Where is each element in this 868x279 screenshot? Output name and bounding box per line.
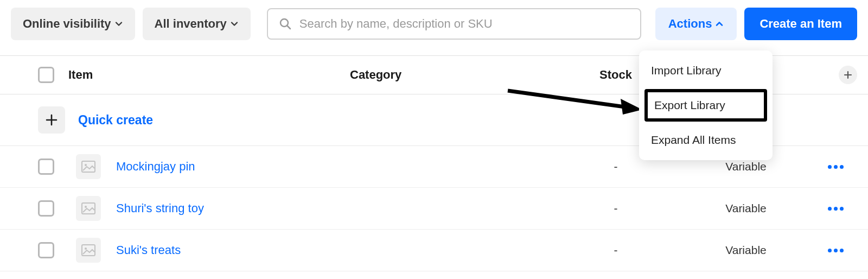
item-name-link[interactable]: Shuri's string toy <box>116 201 204 215</box>
svg-line-1 <box>287 26 290 29</box>
online-visibility-filter[interactable]: Online visibility <box>11 8 135 40</box>
chevron-down-icon <box>230 20 239 28</box>
image-placeholder-icon <box>81 244 95 256</box>
create-item-button[interactable]: Create an Item <box>744 8 857 40</box>
actions-label: Actions <box>668 17 712 31</box>
chevron-down-icon <box>114 20 123 28</box>
search-icon <box>279 17 292 30</box>
import-library-menu-item[interactable]: Import Library <box>639 55 773 86</box>
select-all-checkbox[interactable] <box>38 67 54 83</box>
item-name-link[interactable]: Suki's treats <box>116 243 181 257</box>
price-value: Variable <box>725 244 767 256</box>
row-more-actions-button[interactable] <box>814 249 857 252</box>
online-visibility-label: Online visibility <box>23 17 111 31</box>
row-more-actions-button[interactable] <box>814 207 857 211</box>
item-thumbnail <box>76 238 101 263</box>
row-more-actions-button[interactable] <box>814 165 857 169</box>
toolbar: Online visibility All inventory Actions … <box>0 0 868 55</box>
stock-value: - <box>614 202 618 214</box>
quick-create-label[interactable]: Quick create <box>78 113 153 128</box>
inventory-filter[interactable]: All inventory <box>143 8 251 40</box>
chevron-up-icon <box>715 20 724 28</box>
inventory-label: All inventory <box>155 17 227 31</box>
item-thumbnail <box>76 154 101 179</box>
expand-all-items-menu-item[interactable]: Expand All Items <box>639 124 773 156</box>
table-row: Suki's treats - Variable <box>0 230 868 271</box>
column-header-category[interactable]: Category <box>350 68 553 82</box>
row-checkbox[interactable] <box>38 200 54 217</box>
svg-point-9 <box>85 248 87 250</box>
item-thumbnail <box>76 196 101 221</box>
add-column-button[interactable] <box>839 66 857 84</box>
plus-icon <box>45 113 58 126</box>
price-value: Variable <box>725 202 767 214</box>
stock-value: - <box>614 160 618 173</box>
row-checkbox[interactable] <box>38 242 54 258</box>
column-header-item[interactable]: Item <box>68 68 350 82</box>
stock-value: - <box>614 244 618 256</box>
table-row: Shuri's string toy - Variable <box>0 188 868 230</box>
item-name-link[interactable]: Mockingjay pin <box>116 160 195 174</box>
plus-icon <box>844 71 852 79</box>
quick-create-icon-box <box>38 106 65 134</box>
image-placeholder-icon <box>81 161 95 173</box>
export-library-menu-item[interactable]: Export Library <box>644 89 767 122</box>
svg-point-7 <box>85 206 87 208</box>
image-placeholder-icon <box>81 202 95 214</box>
price-value: Variable <box>725 160 767 173</box>
search-input[interactable] <box>299 17 629 31</box>
row-checkbox[interactable] <box>38 158 54 175</box>
svg-point-5 <box>85 164 87 166</box>
actions-menu-button[interactable]: Actions <box>655 8 737 40</box>
search-container[interactable] <box>267 8 641 40</box>
actions-dropdown: Import Library Export Library Expand All… <box>639 50 773 160</box>
